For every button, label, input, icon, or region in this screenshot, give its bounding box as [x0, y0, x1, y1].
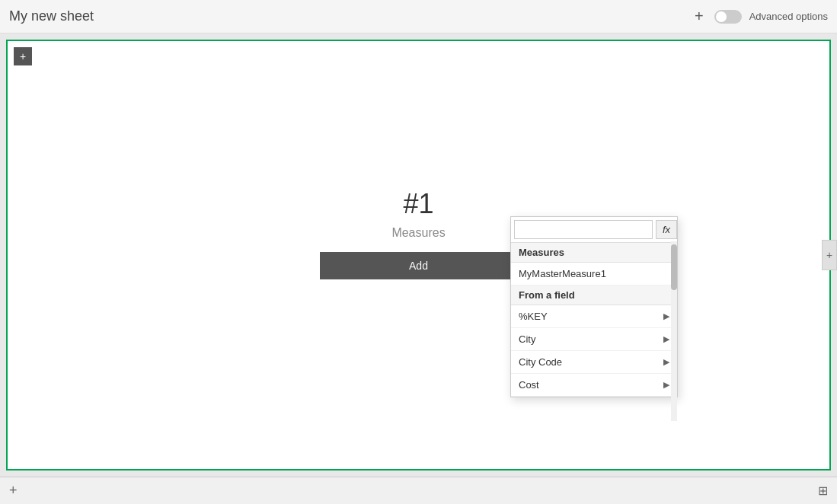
- kpi-widget: #1 Measures Add: [320, 188, 518, 279]
- dropdown-item-label: MyMasterMeasure1: [519, 268, 606, 279]
- kpi-number: #1: [320, 188, 518, 220]
- top-bar: My new sheet + Advanced options: [0, 0, 837, 33]
- dropdown-section-measures: Measures: [511, 243, 677, 263]
- dropdown-item-city-code[interactable]: City Code ▶: [511, 351, 677, 374]
- sheet-title: My new sheet: [9, 8, 94, 24]
- top-bar-right: + Advanced options: [692, 8, 828, 25]
- dropdown-scrollbar[interactable]: [671, 241, 677, 421]
- dropdown-section-from-a-field: From a field: [511, 285, 677, 305]
- grid-icon[interactable]: ⊞: [818, 483, 828, 498]
- measures-dropdown: fx Measures MyMasterMeasure1 From a fiel…: [510, 216, 678, 397]
- dropdown-search-row: fx: [511, 217, 677, 243]
- advanced-options-toggle[interactable]: [714, 10, 742, 24]
- fx-button[interactable]: fx: [656, 220, 677, 239]
- right-sidebar-expand-button[interactable]: +: [822, 240, 837, 270]
- dropdown-scrollbar-thumb: [671, 244, 677, 290]
- chevron-right-icon: ▶: [663, 357, 669, 367]
- main-area: + #1 Measures Add fx Measures MyMasterMe…: [0, 33, 837, 477]
- top-bar-plus-button[interactable]: +: [692, 8, 707, 25]
- advanced-options-label: Advanced options: [749, 11, 828, 22]
- add-item-button[interactable]: +: [14, 47, 32, 65]
- dropdown-item-label: City Code: [519, 356, 562, 368]
- kpi-add-button[interactable]: Add: [320, 252, 518, 279]
- dropdown-item-cost[interactable]: Cost ▶: [511, 374, 677, 397]
- dropdown-item-label: %KEY: [519, 311, 548, 322]
- bottom-bar: + ⊞: [0, 477, 837, 504]
- canvas-area: + #1 Measures Add fx Measures MyMasterMe…: [0, 33, 837, 477]
- bottom-add-button[interactable]: +: [9, 483, 18, 499]
- kpi-measures-label: Measures: [320, 226, 518, 240]
- chevron-right-icon: ▶: [663, 311, 669, 321]
- dropdown-item-label: City: [519, 333, 535, 345]
- dropdown-item-city[interactable]: City ▶: [511, 328, 677, 351]
- sheet-container: + #1 Measures Add: [6, 40, 831, 471]
- dropdown-item-mymastermeasure1[interactable]: MyMasterMeasure1: [511, 263, 677, 285]
- chevron-right-icon: ▶: [663, 380, 669, 390]
- chevron-right-icon: ▶: [663, 334, 669, 344]
- dropdown-item-key[interactable]: %KEY ▶: [511, 305, 677, 328]
- dropdown-search-input[interactable]: [514, 220, 653, 239]
- dropdown-item-label: Cost: [519, 379, 539, 391]
